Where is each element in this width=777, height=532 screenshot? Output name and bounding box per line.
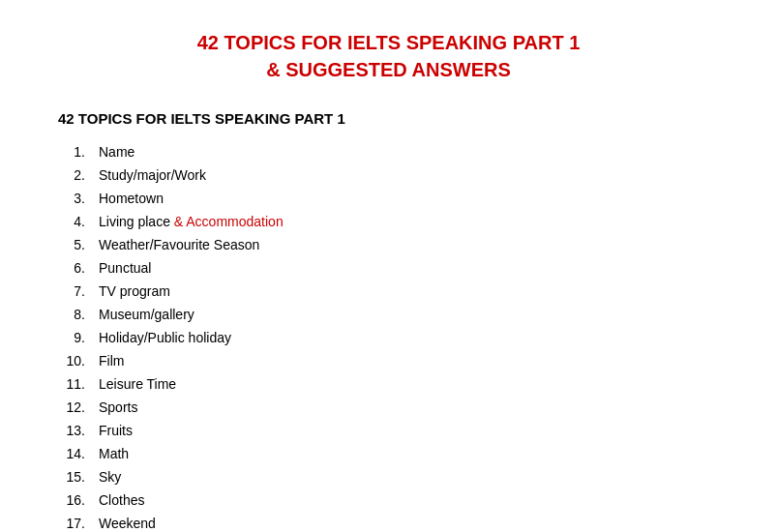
title-line2: & SUGGESTED ANSWERS bbox=[58, 56, 719, 83]
list-number: 1. bbox=[58, 142, 99, 163]
list-item: 12.Sports bbox=[58, 398, 719, 418]
section-subtitle: 42 TOPICS FOR IELTS SPEAKING PART 1 bbox=[58, 110, 719, 127]
list-text: Holiday/Public holiday bbox=[99, 328, 231, 348]
list-text: Sports bbox=[99, 398, 137, 418]
list-number: 12. bbox=[58, 398, 99, 418]
list-number: 10. bbox=[58, 351, 99, 371]
list-item: 4.Living place & Accommodation bbox=[58, 212, 719, 232]
list-text: Living place & Accommodation bbox=[99, 212, 284, 232]
list-item: 11.Leisure Time bbox=[58, 374, 719, 395]
list-item: 2.Study/major/Work bbox=[58, 165, 719, 186]
list-number: 17. bbox=[58, 514, 99, 532]
list-text: Clothes bbox=[99, 490, 144, 511]
list-item: 9.Holiday/Public holiday bbox=[58, 328, 719, 348]
list-number: 3. bbox=[58, 189, 99, 209]
list-number: 8. bbox=[58, 305, 99, 325]
list-text: Study/major/Work bbox=[99, 165, 206, 186]
list-item: 6.Punctual bbox=[58, 258, 719, 279]
list-item: 8.Museum/gallery bbox=[58, 305, 719, 325]
topics-list: 1.Name2.Study/major/Work3.Hometown4.Livi… bbox=[58, 142, 719, 532]
list-text: Hometown bbox=[99, 189, 164, 209]
list-text: Weather/Favourite Season bbox=[99, 235, 259, 255]
list-number: 15. bbox=[58, 467, 99, 488]
list-text: Weekend bbox=[99, 514, 156, 532]
list-item: 10.Film bbox=[58, 351, 719, 371]
page-container: 42 TOPICS FOR IELTS SPEAKING PART 1 & SU… bbox=[0, 0, 777, 532]
list-text: Leisure Time bbox=[99, 374, 176, 395]
list-text: Museum/gallery bbox=[99, 305, 194, 325]
list-text: Sky bbox=[99, 467, 121, 488]
list-number: 14. bbox=[58, 444, 99, 464]
list-number: 9. bbox=[58, 328, 99, 348]
list-text: Punctual bbox=[99, 258, 151, 279]
list-number: 4. bbox=[58, 212, 99, 232]
accommodation-text: & Accommodation bbox=[174, 214, 284, 229]
list-item: 3.Hometown bbox=[58, 189, 719, 209]
title-line1: 42 TOPICS FOR IELTS SPEAKING PART 1 bbox=[58, 29, 719, 56]
living-place-text: Living place bbox=[99, 214, 174, 229]
list-item: 13.Fruits bbox=[58, 421, 719, 441]
list-number: 13. bbox=[58, 421, 99, 441]
list-item: 16.Clothes bbox=[58, 490, 719, 511]
list-number: 2. bbox=[58, 165, 99, 186]
list-text: Math bbox=[99, 444, 129, 464]
list-number: 7. bbox=[58, 281, 99, 302]
list-number: 6. bbox=[58, 258, 99, 279]
list-text: Fruits bbox=[99, 421, 133, 441]
list-text: TV program bbox=[99, 281, 170, 302]
list-item: 5.Weather/Favourite Season bbox=[58, 235, 719, 255]
list-item: 7.TV program bbox=[58, 281, 719, 302]
list-item: 15.Sky bbox=[58, 467, 719, 488]
list-text: Name bbox=[99, 142, 134, 163]
main-title: 42 TOPICS FOR IELTS SPEAKING PART 1 & SU… bbox=[58, 29, 719, 83]
list-item: 1.Name bbox=[58, 142, 719, 163]
list-number: 16. bbox=[58, 490, 99, 511]
list-item: 14.Math bbox=[58, 444, 719, 464]
list-text: Film bbox=[99, 351, 124, 371]
list-number: 5. bbox=[58, 235, 99, 255]
list-number: 11. bbox=[58, 374, 99, 395]
list-item: 17.Weekend bbox=[58, 514, 719, 532]
